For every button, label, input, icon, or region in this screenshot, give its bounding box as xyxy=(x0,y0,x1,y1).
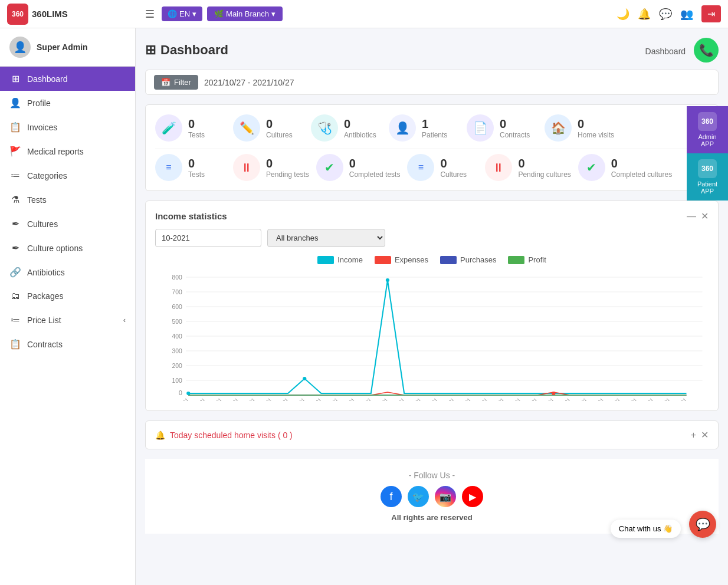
filter-date: 2021/10/27 - 2021/10/27 xyxy=(204,78,294,87)
svg-text:600: 600 xyxy=(172,304,182,310)
stat-pending-tests: ⏸ 0 Pending tests xyxy=(233,154,309,181)
svg-text:22/10/2021: 22/10/2021 xyxy=(519,397,538,401)
close-button[interactable]: ✕ xyxy=(701,211,709,222)
grid-icon: ⊞ xyxy=(145,42,156,58)
svg-text:400: 400 xyxy=(172,333,182,340)
branch-select[interactable]: All branches Main Branch xyxy=(267,229,385,247)
contracts-label: Contracts xyxy=(500,131,530,139)
date-input[interactable] xyxy=(155,229,261,247)
svg-text:09/10/2021: 09/10/2021 xyxy=(303,397,322,401)
message-icon[interactable]: 💬 xyxy=(659,8,672,21)
stat-completed-tests: ✔ 0 Completed tests xyxy=(316,154,401,181)
cultures-label: Cultures xyxy=(266,131,293,139)
logout-button[interactable]: ⇥ xyxy=(701,5,721,22)
sidebar-item-cultures[interactable]: ✒ Cultures xyxy=(0,212,135,236)
patient-app-button[interactable]: 360 Patient APP xyxy=(687,153,728,201)
completed-cultures-stat-icon: ✔ xyxy=(578,154,605,181)
antibiotics-icon: 🔗 xyxy=(9,267,21,278)
home-visits-label: Home visits xyxy=(578,131,614,139)
stat-completed-cultures: ✔ 0 Completed cultures xyxy=(578,154,672,181)
hamburger-button[interactable]: ☰ xyxy=(143,5,157,23)
dashboard-icon: ⊞ xyxy=(9,73,21,84)
chevron-left-icon: ‹ xyxy=(123,316,126,324)
add-visit-button[interactable]: + xyxy=(691,429,696,441)
chat-label: Chat with us 👋 xyxy=(619,524,673,533)
dark-mode-icon[interactable]: 🌙 xyxy=(616,8,629,21)
pending-cultures-label: Pending cultures xyxy=(518,170,570,179)
admin-app-button[interactable]: 360 Admin APP xyxy=(687,106,728,153)
patients-label: Patients xyxy=(422,131,447,139)
stat-cultures-2: ≡ 0 Cultures xyxy=(407,154,478,181)
chat-fab-button[interactable]: 💬 xyxy=(689,511,716,538)
sidebar-item-label: Price List xyxy=(27,315,61,325)
profit-color xyxy=(508,256,524,264)
expenses-color xyxy=(375,256,391,264)
minimize-button[interactable]: — xyxy=(687,211,696,222)
home-visits-count: 0 xyxy=(578,117,614,131)
income-statistics-section: Income statistics — ✕ All branches Main … xyxy=(145,201,719,411)
sidebar-item-label: Profile xyxy=(27,98,51,108)
globe-icon: 🌐 xyxy=(168,9,177,18)
svg-text:12/10/2021: 12/10/2021 xyxy=(353,397,372,401)
cultures2-count: 0 xyxy=(440,157,467,170)
header: 360 360LIMS ☰ 🌐 EN ▾ 🌿 Main Branch ▾ 🌙 🔔… xyxy=(0,0,728,28)
svg-text:07/10/2021: 07/10/2021 xyxy=(270,397,289,401)
invoices-icon: 📋 xyxy=(9,121,21,133)
svg-text:13/10/2021: 13/10/2021 xyxy=(370,397,389,401)
cultures-icon: ✒ xyxy=(9,218,21,229)
twitter-icon[interactable]: 🐦 xyxy=(408,486,429,507)
income-filter-row: All branches Main Branch xyxy=(155,229,709,247)
notification-icon[interactable]: 🔔 xyxy=(638,8,651,21)
cultures2-stat-icon: ≡ xyxy=(407,154,434,181)
svg-text:01/10/2021: 01/10/2021 xyxy=(170,397,189,401)
sidebar-item-tests[interactable]: ⚗ Tests xyxy=(0,188,135,212)
filter-button[interactable]: 📅 Filter xyxy=(154,75,198,90)
layout: 👤 Super Admin ⊞ Dashboard 👤 Profile 📋 In… xyxy=(0,28,728,585)
sidebar-item-label: Antibiotics xyxy=(27,268,65,277)
svg-point-49 xyxy=(303,377,306,380)
sidebar-item-culture-options[interactable]: ✒ Culture options xyxy=(0,236,135,260)
contracts-icon: 📋 xyxy=(9,338,21,350)
follow-text: - Follow Us - xyxy=(157,471,707,480)
user-name: Super Admin xyxy=(37,42,88,52)
instagram-icon[interactable]: 📷 xyxy=(435,486,456,507)
sidebar-item-invoices[interactable]: 📋 Invoices xyxy=(0,115,135,139)
users-icon[interactable]: 👥 xyxy=(680,8,693,21)
svg-text:06/10/2021: 06/10/2021 xyxy=(254,397,273,401)
svg-text:11/10/2021: 11/10/2021 xyxy=(337,397,356,401)
logo-icon: 360 xyxy=(7,4,28,25)
youtube-icon[interactable]: ▶ xyxy=(462,486,483,507)
sidebar-item-packages[interactable]: 🗂 Packages xyxy=(0,284,135,308)
facebook-icon[interactable]: f xyxy=(381,486,402,507)
sidebar-item-medical-reports[interactable]: 🚩 Medical reports xyxy=(0,139,135,163)
sidebar-item-profile[interactable]: 👤 Profile xyxy=(0,91,135,115)
sidebar-item-antibiotics[interactable]: 🔗 Antibiotics xyxy=(0,260,135,284)
calendar-icon: 📅 xyxy=(161,78,170,87)
branch-icon: 🌿 xyxy=(214,9,224,18)
sidebar-item-label: Cultures xyxy=(27,219,58,229)
stat-antibiotics: 🩺 0 Antibiotics xyxy=(311,114,382,142)
sidebar-item-contracts[interactable]: 📋 Contracts xyxy=(0,332,135,356)
svg-text:28/10/2021: 28/10/2021 xyxy=(619,397,638,401)
tests2-label: Tests xyxy=(188,170,205,179)
sidebar-item-label: Packages xyxy=(27,291,63,301)
sidebar-item-dashboard[interactable]: ⊞ Dashboard xyxy=(0,67,135,91)
completed-tests-label: Completed tests xyxy=(349,170,401,179)
svg-text:800: 800 xyxy=(172,274,182,281)
main-content: ⊞ Dashboard Dashboard 📞 📅 Filter 2021/10… xyxy=(136,28,728,585)
branch-button[interactable]: 🌿 Main Branch ▾ xyxy=(207,6,283,21)
pending-tests-stat-icon: ⏸ xyxy=(233,154,260,181)
close-visits-button[interactable]: ✕ xyxy=(701,429,709,441)
tests-icon: ⚗ xyxy=(9,194,21,205)
patients-count: 1 xyxy=(422,117,447,131)
legend-expenses: Expenses xyxy=(375,255,428,264)
sidebar-item-categories[interactable]: ≔ Categories xyxy=(0,163,135,188)
tests-count: 0 xyxy=(188,117,205,131)
completed-tests-count: 0 xyxy=(349,157,401,170)
whatsapp-button[interactable]: 📞 xyxy=(694,38,719,63)
purchases-color xyxy=(440,256,457,264)
language-button[interactable]: 🌐 EN ▾ xyxy=(162,6,202,21)
legend-income: Income xyxy=(317,255,363,264)
sidebar-item-price-list[interactable]: ≔ Price List ‹ xyxy=(0,308,135,332)
home-visits-stat-icon: 🏠 xyxy=(545,114,572,142)
